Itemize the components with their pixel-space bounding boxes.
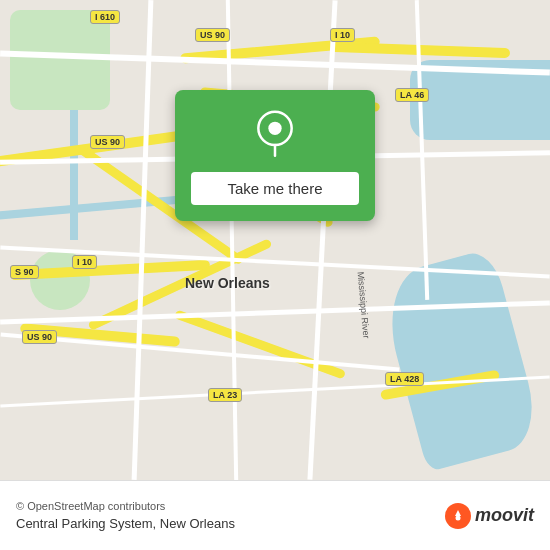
label-us90-bottom: US 90 xyxy=(22,330,57,344)
svg-point-1 xyxy=(268,122,281,135)
moovit-icon xyxy=(445,503,471,529)
mississippi-river xyxy=(376,248,544,472)
place-name: Central Parking System, New Orleans xyxy=(16,516,235,531)
moovit-text: moovit xyxy=(475,505,534,526)
road-v1 xyxy=(132,0,154,480)
take-me-there-button[interactable]: Take me there xyxy=(191,172,359,205)
map-background: I 610 US 90 I 10 I 10 LA 46 US 90 I 10 S… xyxy=(0,0,550,480)
label-us90-mid: US 90 xyxy=(90,135,125,149)
label-i10-top: I 10 xyxy=(330,28,355,42)
bottom-bar: © OpenStreetMap contributors Central Par… xyxy=(0,480,550,550)
attribution-text: © OpenStreetMap contributors xyxy=(16,500,235,512)
park-1 xyxy=(10,10,110,110)
label-us90-bot: S 90 xyxy=(10,265,39,279)
svg-marker-4 xyxy=(455,510,461,516)
road-h5 xyxy=(1,333,400,372)
moovit-logo: moovit xyxy=(445,503,534,529)
label-us90-top: US 90 xyxy=(195,28,230,42)
label-la23: LA 23 xyxy=(208,388,242,402)
road-v2 xyxy=(226,0,238,480)
river-label: Mississippi River xyxy=(356,271,372,339)
location-pin-icon xyxy=(250,110,300,160)
label-la46: LA 46 xyxy=(395,88,429,102)
map-container: I 610 US 90 I 10 I 10 LA 46 US 90 I 10 S… xyxy=(0,0,550,480)
label-la428: LA 428 xyxy=(385,372,424,386)
label-i10-left: I 10 xyxy=(72,255,97,269)
road-v3 xyxy=(307,0,337,480)
overlay-card: Take me there xyxy=(175,90,375,221)
label-i610: I 610 xyxy=(90,10,120,24)
canal-2 xyxy=(70,90,78,240)
svg-point-3 xyxy=(455,515,460,520)
